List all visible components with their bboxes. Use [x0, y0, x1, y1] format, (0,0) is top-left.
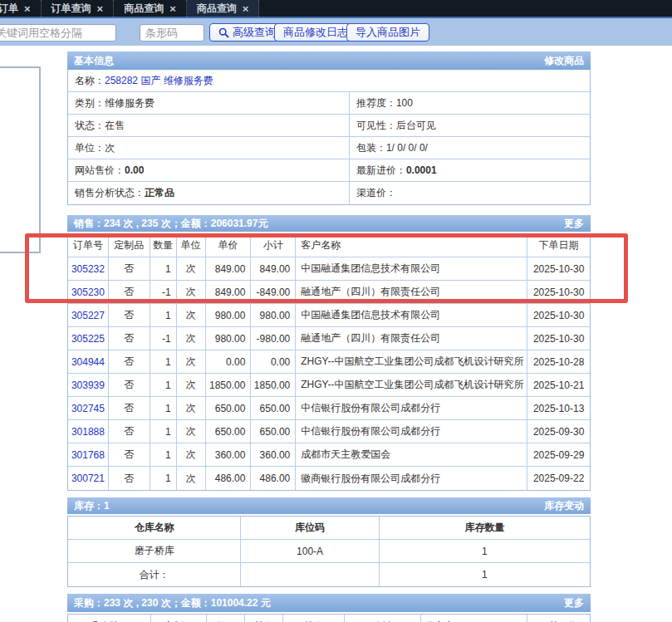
import-images-label: 导入商品图片	[356, 25, 420, 40]
order-number-link[interactable]: 303939	[71, 380, 105, 391]
basic-info-header: 基本信息 修改商品	[67, 51, 591, 70]
order-number-link[interactable]: 300721	[71, 473, 105, 484]
column-header: 单位	[245, 615, 283, 622]
sales-header: 销售：234 次 , 235 次；金额：206031.97元 更多	[67, 215, 591, 232]
table-row: 301768否1次360.00360.00成都市天主教爱国会2025-09-29	[68, 443, 590, 467]
table-cell: 合计：	[68, 563, 241, 586]
table-row: 销售分析状态：正常品渠道价：	[68, 182, 590, 204]
close-icon[interactable]: ×	[97, 2, 104, 15]
table-cell: 中国融通集团信息技术有限公司	[296, 304, 527, 326]
table-cell: 1	[380, 563, 590, 586]
table-cell: -1	[150, 281, 177, 303]
info-cell: 类别：维修服务费	[68, 92, 349, 114]
table-cell: 650.00	[251, 420, 296, 443]
info-label: 可见性：	[356, 119, 396, 133]
column-header: 库位码	[241, 517, 379, 539]
info-label: 销售分析状态：	[75, 186, 145, 200]
sales-more-link[interactable]: 更多	[564, 217, 584, 231]
basic-info-title: 基本信息	[74, 54, 114, 68]
info-label: 单位：	[75, 141, 105, 155]
column-header: 单价	[283, 615, 345, 622]
table-cell: 100-A	[241, 540, 379, 562]
modify-log-button[interactable]: 商品修改日志	[274, 23, 357, 42]
column-header: 采购单号	[68, 615, 151, 622]
tab-bar: 订单×订单查询×商品查询×商品查询×	[0, 0, 672, 17]
table-cell: 1850.00	[251, 374, 296, 396]
order-number-link[interactable]: 304944	[71, 356, 105, 368]
table-cell: 849.00	[206, 281, 252, 303]
info-value: 次	[105, 141, 115, 155]
order-number-link[interactable]: 305230	[71, 287, 105, 298]
table-row: 网站售价：0.00最新进价：0.0001	[68, 159, 590, 182]
table-row: 305225否-1次980.00-980.00融通地产（四川）有限责任公司202…	[68, 327, 590, 350]
column-header: 供应商	[421, 615, 528, 622]
order-number-link[interactable]: 305225	[71, 333, 105, 345]
product-query-window: 订单×订单查询×商品查询×商品查询× 高级查询 商品修改日志 导入商品图片 基本…	[0, 0, 672, 622]
info-label: 状态：	[75, 119, 105, 133]
column-header: 单价	[206, 234, 252, 257]
table-cell: 301888	[68, 420, 109, 443]
info-cell: 最新进价：0.0001	[349, 159, 590, 181]
table-cell: 650.00	[206, 397, 252, 419]
table-row: 磨子桥库100-A1	[68, 540, 590, 563]
table-cell: 融通地产（四川）有限责任公司	[296, 327, 527, 350]
sales-summary: 销售：234 次 , 235 次；金额：206031.97元	[74, 217, 267, 231]
tab-订单查询[interactable]: 订单查询×	[42, 0, 115, 17]
info-value: 1/ 0/ 0/ 0/	[386, 142, 428, 154]
info-label: 推荐度：	[356, 96, 396, 110]
table-cell: 次	[177, 304, 206, 326]
close-icon[interactable]: ×	[169, 2, 176, 15]
toolbar: 高级查询 商品修改日志 导入商品图片	[0, 17, 672, 46]
barcode-input[interactable]	[140, 24, 204, 42]
table-row: 303939否1次1850.001850.00ZHGY--中国航空工业集团公司成…	[68, 374, 590, 397]
table-cell: 980.00	[251, 304, 296, 326]
table-row: 300721否1次486.00486.00徽商银行股份有限公司成都分行2025-…	[68, 467, 590, 490]
name-cell: 名称：258282 国产 维修服务费	[68, 70, 590, 91]
order-number-link[interactable]: 301768	[71, 449, 105, 461]
column-header: 定制品	[151, 615, 208, 622]
keyword-input[interactable]	[0, 24, 116, 42]
search-icon	[218, 27, 229, 38]
close-icon[interactable]: ×	[24, 2, 31, 15]
table-cell: 305232	[68, 257, 109, 280]
inventory-change-link[interactable]: 库存变动	[544, 499, 584, 513]
order-number-link[interactable]: 302745	[71, 403, 105, 414]
table-cell: 486.00	[206, 467, 252, 490]
import-images-button[interactable]: 导入商品图片	[346, 23, 429, 42]
table-cell: 次	[177, 374, 206, 396]
table-cell: 次	[177, 420, 206, 443]
tab-label: 商品查询	[124, 2, 164, 16]
table-cell: 2025-10-13	[527, 397, 590, 419]
modify-log-label: 商品修改日志	[283, 25, 348, 40]
table-row: 合计：1	[68, 563, 590, 586]
table-row: 301888否1次650.00650.00中信银行股份有限公司成都分行2025-…	[68, 420, 590, 443]
purchase-more-link[interactable]: 更多	[564, 596, 584, 610]
modify-product-link[interactable]: 修改商品	[544, 54, 584, 68]
order-number-link[interactable]: 305227	[71, 310, 105, 321]
tab-label: 商品查询	[197, 2, 237, 16]
close-icon[interactable]: ×	[243, 2, 249, 15]
table-cell: 0.00	[206, 350, 252, 373]
table-cell: 1	[150, 304, 177, 326]
product-name-link[interactable]: 258282 国产 维修服务费	[105, 74, 213, 88]
column-header: 小计	[251, 234, 296, 257]
table-cell: 成都市天主教爱国会	[296, 443, 527, 466]
tab-商品查询[interactable]: 商品查询×	[114, 0, 187, 17]
order-number-link[interactable]: 305232	[71, 263, 105, 275]
table-cell: ZHGY--中国航空工业集团公司成都飞机设计研究所	[296, 374, 527, 396]
table-row: 304944否1次0.000.00ZHGY--中国航空工业集团公司成都飞机设计研…	[68, 350, 590, 374]
tab-订单[interactable]: 订单×	[0, 0, 42, 17]
table-cell: 中国融通集团信息技术有限公司	[296, 257, 527, 280]
table-row: 状态：在售可见性：后台可见	[68, 115, 590, 137]
table-row: 302745否1次650.00650.00中信银行股份有限公司成都分行2025-…	[68, 397, 590, 420]
order-number-link[interactable]: 301888	[71, 426, 105, 438]
tab-商品查询[interactable]: 商品查询×	[187, 0, 260, 17]
inventory-header: 库存：1 库存变动	[67, 497, 591, 514]
table-row: 类别：维修服务费推荐度：100	[68, 92, 590, 115]
table-cell: 305225	[68, 327, 109, 350]
table-cell: 360.00	[206, 443, 252, 466]
info-label: 类别：	[75, 96, 105, 110]
info-label: 包装：	[356, 141, 386, 155]
table-cell: 否	[109, 420, 150, 443]
info-value: 100	[396, 97, 413, 109]
